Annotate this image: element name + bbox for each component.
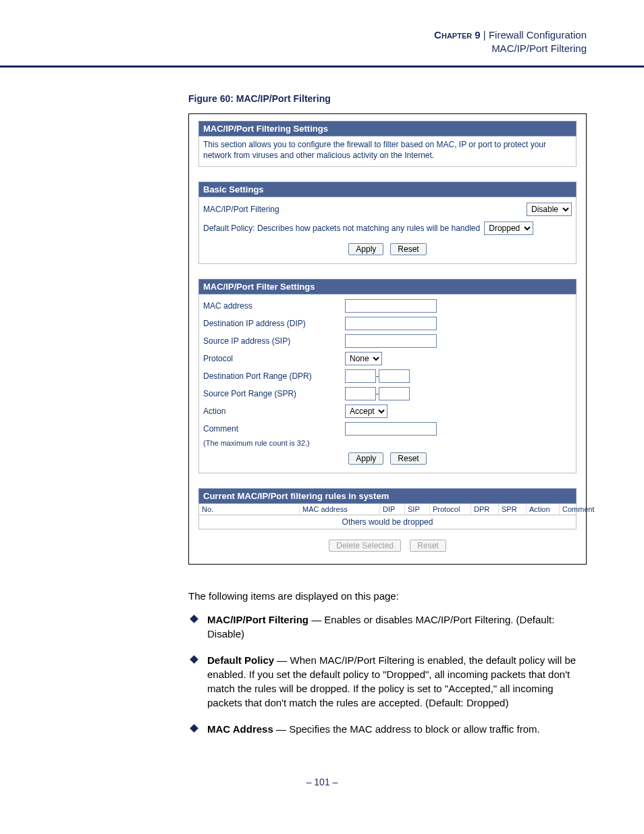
col-no: No. bbox=[199, 504, 300, 515]
filtering-desc: This section allows you to configure the… bbox=[203, 139, 572, 161]
rules-empty-msg: Others would be dropped bbox=[198, 515, 576, 529]
dpr-from-input[interactable] bbox=[345, 369, 376, 383]
page-number: – 101 – bbox=[0, 777, 644, 787]
term: MAC/IP/Port Filtering bbox=[207, 614, 308, 625]
filter-apply-button[interactable]: Apply bbox=[348, 452, 383, 465]
dpr-label: Destination Port Range (DPR) bbox=[203, 367, 345, 385]
dpr-to-input[interactable] bbox=[379, 369, 410, 383]
panel-filtering-settings-header: MAC/IP/Port Filtering Settings bbox=[198, 121, 576, 136]
default-policy-label: Default Policy: Describes how packets no… bbox=[203, 224, 484, 233]
sip-input[interactable] bbox=[345, 334, 437, 348]
basic-apply-button[interactable]: Apply bbox=[348, 243, 383, 255]
rules-col-row: No. MAC address DIP SIP Protocol DPR SPR… bbox=[198, 504, 576, 515]
comment-label: Comment bbox=[203, 420, 345, 438]
spr-from-input[interactable] bbox=[345, 387, 376, 400]
col-sip: SIP bbox=[405, 504, 430, 515]
description-list: MAC/IP/Port Filtering — Enables or disab… bbox=[188, 613, 587, 736]
col-dip: DIP bbox=[380, 504, 405, 515]
delete-selected-button[interactable]: Delete Selected bbox=[329, 540, 401, 552]
basic-reset-button[interactable]: Reset bbox=[390, 243, 426, 255]
list-item: Default Policy — When MAC/IP/Port Filter… bbox=[188, 653, 587, 710]
action-select[interactable]: Accept bbox=[345, 405, 387, 418]
header-chapter: Chapter 9 bbox=[434, 29, 481, 41]
col-dpr: DPR bbox=[471, 504, 499, 515]
spr-label: Source Port Range (SPR) bbox=[203, 385, 345, 402]
panel-current-rules-header: Current MAC/IP/Port filtering rules in s… bbox=[198, 488, 576, 504]
term: MAC Address bbox=[207, 723, 273, 735]
filtering-enable-label: MAC/IP/Port Filtering bbox=[203, 205, 527, 214]
mac-label: MAC address bbox=[203, 297, 345, 315]
dip-label: Destination IP address (DIP) bbox=[203, 315, 345, 332]
max-rules-note: (The maximum rule count is 32.) bbox=[203, 439, 572, 447]
list-item: MAC Address — Specifies the MAC address … bbox=[188, 722, 587, 736]
term-text: — Specifies the MAC address to block or … bbox=[273, 723, 540, 735]
filtering-enable-select[interactable]: Disable bbox=[527, 203, 572, 216]
page-header: Chapter 9 | Firewall Configuration MAC/I… bbox=[0, 0, 644, 61]
dip-input[interactable] bbox=[345, 317, 437, 330]
sip-label: Source IP address (SIP) bbox=[203, 332, 345, 350]
default-policy-select[interactable]: Dropped bbox=[484, 221, 533, 235]
col-comment: Comment bbox=[560, 504, 597, 515]
panel-filter-settings-header: MAC/IP/Port Filter Settings bbox=[198, 279, 576, 294]
filter-reset-button[interactable]: Reset bbox=[390, 452, 426, 465]
comment-input[interactable] bbox=[345, 422, 437, 436]
col-mac: MAC address bbox=[300, 504, 380, 515]
panel-filtering-settings-body: This section allows you to configure the… bbox=[198, 136, 576, 167]
action-label: Action bbox=[203, 402, 345, 420]
col-action: Action bbox=[527, 504, 560, 515]
header-sep: | bbox=[481, 29, 489, 41]
figure-caption: Figure 60: MAC/IP/Port Filtering bbox=[188, 93, 587, 104]
rules-reset-button[interactable]: Reset bbox=[410, 540, 446, 552]
mac-input[interactable] bbox=[345, 299, 437, 313]
header-divider bbox=[0, 66, 644, 68]
spr-to-input[interactable] bbox=[379, 387, 410, 400]
header-title: Firewall Configuration bbox=[489, 29, 587, 41]
protocol-select[interactable]: None bbox=[345, 352, 382, 365]
col-protocol: Protocol bbox=[430, 504, 471, 515]
figure-box: MAC/IP/Port Filtering Settings This sect… bbox=[188, 113, 587, 565]
header-subtitle: MAC/IP/Port Filtering bbox=[491, 43, 587, 54]
protocol-label: Protocol bbox=[203, 350, 345, 367]
body-intro: The following items are displayed on thi… bbox=[188, 589, 587, 603]
panel-basic-settings-body: MAC/IP/Port Filtering Disable Default Po… bbox=[198, 197, 576, 264]
col-spr: SPR bbox=[499, 504, 527, 515]
panel-filter-settings-body: MAC address Destination IP address (DIP)… bbox=[198, 294, 576, 473]
list-item: MAC/IP/Port Filtering — Enables or disab… bbox=[188, 613, 587, 641]
panel-basic-settings-header: Basic Settings bbox=[198, 182, 576, 197]
term: Default Policy bbox=[207, 654, 274, 666]
